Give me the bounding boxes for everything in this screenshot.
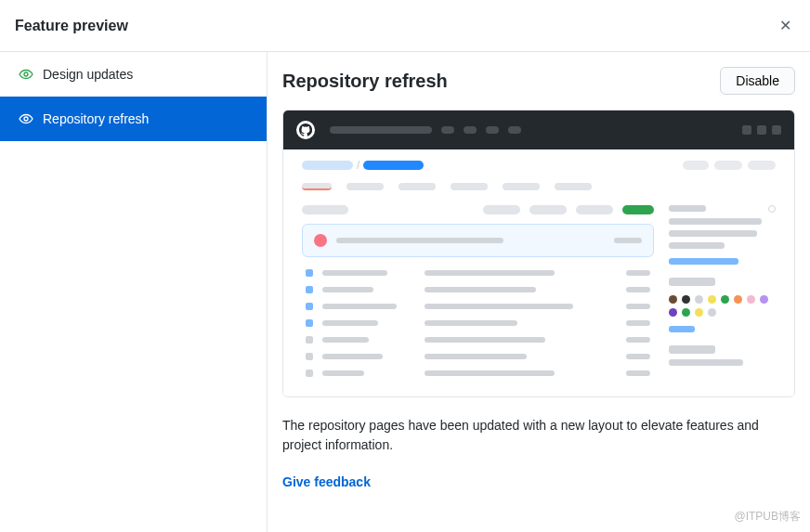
- disable-button[interactable]: Disable: [720, 67, 795, 95]
- close-icon[interactable]: ✕: [776, 13, 795, 38]
- dialog-title: Feature preview: [15, 18, 128, 34]
- sidebar-item-label: Design updates: [43, 67, 133, 82]
- lang-colors: [669, 295, 776, 317]
- preview-image: /: [282, 110, 795, 397]
- svg-point-1: [24, 117, 28, 121]
- svg-point-0: [24, 72, 28, 76]
- sidebar-item-label: Repository refresh: [43, 111, 149, 126]
- page-title: Repository refresh: [282, 71, 448, 92]
- sidebar-item-repository-refresh[interactable]: Repository refresh: [0, 97, 267, 141]
- give-feedback-link[interactable]: Give feedback: [282, 474, 371, 489]
- sidebar-item-design-updates[interactable]: Design updates: [0, 52, 267, 97]
- watermark: @ITPUB博客: [734, 509, 801, 525]
- sidebar: Design updates Repository refresh: [0, 52, 268, 532]
- github-logo-icon: [296, 121, 315, 139]
- feature-description: The repository pages have been updated w…: [282, 416, 795, 455]
- eye-icon: [19, 67, 33, 82]
- eye-icon: [19, 111, 33, 126]
